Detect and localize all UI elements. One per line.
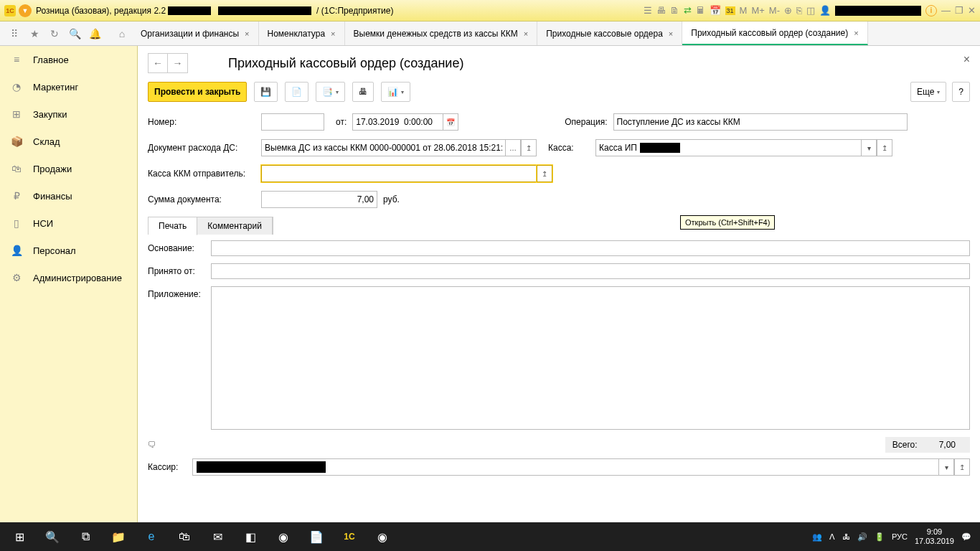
- print-icon[interactable]: 🖶: [656, 5, 666, 16]
- close-icon[interactable]: ×: [245, 29, 249, 38]
- restore-icon[interactable]: ❐: [955, 5, 963, 16]
- people-icon[interactable]: 👥: [812, 532, 822, 542]
- kassa-label: Касса:: [548, 143, 590, 153]
- help-button[interactable]: ?: [952, 82, 970, 102]
- number-field[interactable]: [261, 113, 324, 131]
- open-button[interactable]: ↥: [954, 458, 970, 476]
- apps-icon[interactable]: ⠿: [4, 22, 24, 45]
- calendar-icon[interactable]: 📅: [710, 5, 721, 16]
- mail-icon[interactable]: ✉: [201, 522, 234, 551]
- attach-label: Приложение:: [148, 286, 205, 299]
- user-icon[interactable]: 👤: [819, 5, 831, 16]
- dropdown-button[interactable]: ▾: [861, 139, 877, 156]
- tab-org-finance[interactable]: Организации и финансы×: [132, 22, 259, 45]
- scale-mminus-icon[interactable]: M-: [769, 5, 780, 16]
- sidebar-item-marketing[interactable]: ◔Маркетинг: [0, 73, 137, 100]
- open-button[interactable]: ↥: [537, 165, 552, 182]
- basis-field[interactable]: [211, 240, 970, 256]
- sidebar-item-finance[interactable]: ₽Финансы: [0, 182, 137, 209]
- edge-icon[interactable]: e: [135, 522, 168, 551]
- start-button[interactable]: ⊞: [3, 522, 36, 551]
- close-icon[interactable]: ×: [854, 29, 858, 37]
- received-field[interactable]: [211, 263, 970, 279]
- panel-icon[interactable]: ◫: [806, 5, 815, 16]
- calendar-button[interactable]: 📅: [443, 113, 458, 131]
- nav-back-button[interactable]: ←: [148, 53, 168, 73]
- app-icon[interactable]: ◧: [234, 522, 267, 551]
- kassa-field[interactable]: [595, 139, 861, 156]
- print-button[interactable]: 🖶: [352, 82, 374, 102]
- more-button[interactable]: Еще▾: [910, 82, 946, 102]
- sidebar-item-personnel[interactable]: 👤Персонал: [0, 237, 137, 264]
- sidebar-item-admin[interactable]: ⚙Администрирование: [0, 264, 137, 291]
- dropdown-button[interactable]: ▾: [938, 458, 954, 476]
- doc-icon[interactable]: 📄: [300, 522, 333, 551]
- close-window-icon[interactable]: ✕: [968, 5, 976, 16]
- search-icon[interactable]: 🔍: [65, 22, 85, 45]
- attach-field[interactable]: [211, 286, 970, 430]
- star-icon[interactable]: ★: [24, 22, 44, 45]
- scale-mplus-icon[interactable]: M+: [751, 5, 764, 16]
- sidebar-item-sales[interactable]: 🛍Продажи: [0, 155, 137, 182]
- home-icon[interactable]: ⌂: [112, 22, 132, 45]
- chrome-icon[interactable]: ◉: [267, 522, 300, 551]
- close-icon[interactable]: ×: [331, 29, 335, 38]
- chrome2-icon[interactable]: ◉: [366, 522, 399, 551]
- save-button[interactable]: 💾: [254, 82, 278, 102]
- close-icon[interactable]: ×: [669, 29, 673, 38]
- note-icon[interactable]: 🗨: [148, 440, 156, 450]
- titlebar-icon[interactable]: ☰: [644, 5, 652, 16]
- date-field[interactable]: [352, 113, 443, 131]
- speaker-icon[interactable]: 🔊: [857, 532, 867, 542]
- battery-icon[interactable]: 🔋: [875, 532, 885, 542]
- page-title: Приходный кассовый ордер (создание): [228, 56, 463, 71]
- sidebar-item-warehouse[interactable]: 📦Склад: [0, 128, 137, 155]
- operation-field[interactable]: [613, 113, 908, 131]
- close-icon[interactable]: ×: [524, 29, 528, 38]
- copy-icon[interactable]: ⎘: [796, 5, 802, 16]
- from-label: от:: [336, 117, 347, 127]
- tab-cash-orders[interactable]: Приходные кассовые ордера×: [537, 22, 682, 45]
- history-icon[interactable]: ↻: [44, 22, 65, 45]
- network-icon[interactable]: 🖧: [842, 532, 850, 541]
- task-view-icon[interactable]: ⧉: [69, 522, 102, 551]
- minimize-icon[interactable]: —: [941, 5, 951, 16]
- report-button[interactable]: 📊▾: [381, 82, 410, 102]
- lang-indicator[interactable]: РУС: [892, 532, 908, 541]
- docexpense-field[interactable]: [261, 139, 505, 156]
- nav-forward-button[interactable]: →: [168, 53, 188, 73]
- doc-icon[interactable]: 🗎: [670, 5, 679, 16]
- calc-icon[interactable]: 🖩: [696, 5, 705, 16]
- taskbar-clock[interactable]: 9:09 17.03.2019: [915, 527, 954, 546]
- subtab-comment[interactable]: Комментарий: [197, 217, 273, 235]
- 1c-taskbar-icon[interactable]: 1C: [333, 522, 366, 551]
- sum-field[interactable]: [261, 191, 377, 208]
- scale-m-icon[interactable]: M: [740, 5, 748, 16]
- open-button[interactable]: ↥: [877, 139, 892, 156]
- date-icon[interactable]: 31: [725, 6, 735, 15]
- tab-nomenclature[interactable]: Номенклатура×: [259, 22, 345, 45]
- post-button[interactable]: 📄: [285, 82, 308, 102]
- app-menu-dropdown[interactable]: ▼: [19, 4, 32, 17]
- sidebar-item-main[interactable]: ≡Главное: [0, 46, 137, 73]
- subtab-print[interactable]: Печать: [149, 217, 197, 235]
- zoom-icon[interactable]: ⊕: [784, 5, 792, 16]
- task-search-icon[interactable]: 🔍: [36, 522, 69, 551]
- info-icon[interactable]: i: [925, 5, 937, 17]
- post-close-button[interactable]: Провести и закрыть: [148, 82, 247, 102]
- based-on-button[interactable]: 📑▾: [316, 82, 345, 102]
- bell-icon[interactable]: 🔔: [85, 22, 105, 45]
- kkm-field[interactable]: [261, 165, 537, 182]
- sidebar-item-nsi[interactable]: ▯НСИ: [0, 209, 137, 237]
- select-button[interactable]: …: [505, 139, 521, 156]
- sync-icon[interactable]: ⇄: [684, 5, 692, 16]
- notifications-icon[interactable]: 💬: [961, 532, 971, 542]
- tab-withdrawals[interactable]: Выемки денежных средств из кассы ККМ×: [345, 22, 538, 45]
- store-icon[interactable]: 🛍: [168, 522, 201, 551]
- sidebar-item-purchases[interactable]: ⊞Закупки: [0, 100, 137, 128]
- tray-up-icon[interactable]: ᐱ: [829, 532, 835, 542]
- explorer-icon[interactable]: 📁: [102, 522, 135, 551]
- close-page-icon[interactable]: ×: [963, 53, 970, 66]
- open-button[interactable]: ↥: [521, 139, 537, 156]
- tab-cash-order-create[interactable]: Приходный кассовый ордер (создание)×: [682, 22, 867, 45]
